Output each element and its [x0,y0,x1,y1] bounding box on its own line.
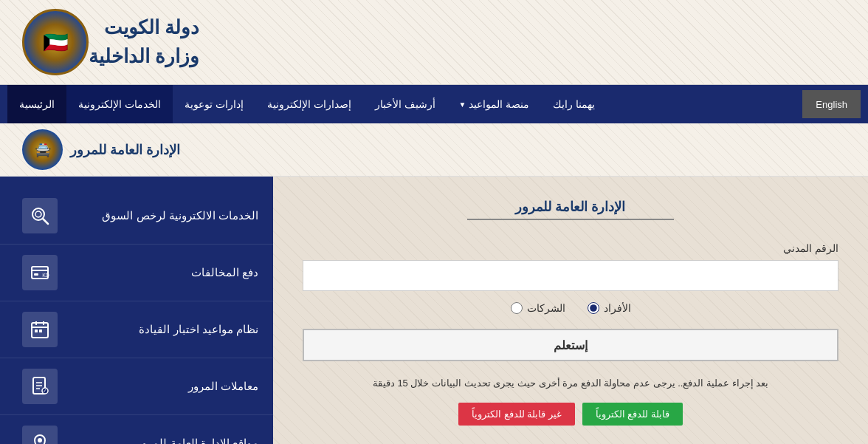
type-radio-group: الأفراد الشركات [303,302,838,314]
document-icon: ✓ [22,369,58,404]
sidebar-item-traffic-transactions-label: معاملات المرور [58,380,258,393]
form-section-title: الإدارة العامة للمرور [303,199,838,215]
navigation: English يهمنا رايك منصة المواعيد ▼ أرشيف… [0,85,868,123]
civil-id-label: الرقم المدني [303,242,838,254]
header-title-line1: دولة الكويت [89,13,199,42]
breadcrumb-title: الإدارة العامة للمرور [70,142,180,158]
nav-item-publications[interactable]: إصدارات الإلكترونية [255,85,363,123]
sidebar-item-license-services[interactable]: الخدمات الالكترونية لرخص السوق [0,188,273,245]
search-magnifier-icon [22,198,58,233]
calendar-icon [22,312,58,347]
info-text: بعد إجراء عملية الدفع.. يرجى عدم محاولة … [303,376,838,392]
civil-id-input[interactable] [303,260,838,291]
nav-item-appointments[interactable]: منصة المواعيد ▼ [447,85,542,123]
header-text: دولة الكويت وزارة الداخلية [89,13,199,71]
sidebar-item-license-services-label: الخدمات الالكترونية لرخص السوق [58,209,258,222]
radio-individuals-label[interactable]: الأفراد [588,302,631,314]
title-divider [467,219,674,220]
payment-icon: KD [22,255,58,290]
radio-companies-text: الشركات [527,302,565,314]
nav-item-home[interactable]: الرئيسية [7,85,66,123]
svg-text:KD: KD [42,273,49,278]
nav-items: يهمنا رايك منصة المواعيد ▼ أرشيف الأخبار… [7,85,795,123]
sidebar-item-pay-fines-label: دفع المخالفات [58,266,258,279]
header: دولة الكويت وزارة الداخلية [0,0,868,85]
svg-rect-12 [39,329,42,332]
svg-text:✓: ✓ [43,388,47,393]
svg-point-2 [35,211,41,217]
nav-item-opinion[interactable]: يهمنا رايك [541,85,607,123]
sidebar-item-traffic-locations-label: مواقع الإدارة العامة للمرور [58,437,258,444]
header-title-line2: وزارة الداخلية [89,42,199,71]
radio-companies-input[interactable] [511,302,523,314]
sidebar-item-traffic-transactions[interactable]: معاملات المرور ✓ [0,358,273,415]
svg-rect-5 [34,273,38,276]
sidebar-item-driving-test[interactable]: نظام مواعيد اختبار القيادة [0,301,273,358]
eligible-button[interactable]: قابلة للدفع الكتروياً [582,403,683,426]
breadcrumb-logo: 🚔 [22,129,63,170]
svg-point-19 [38,438,42,443]
civil-id-group: الرقم المدني [303,242,838,291]
radio-companies-label[interactable]: الشركات [511,302,565,314]
ministry-logo [22,9,89,75]
sidebar: الخدمات الالكترونية لرخص السوق دفع المخا… [0,177,273,444]
form-area: الإدارة العامة للمرور الرقم المدني الأفر… [273,177,868,444]
svg-rect-11 [35,329,38,332]
submit-button[interactable]: إستعلم [303,329,838,361]
nav-item-educational[interactable]: إدارات توعوية [173,85,255,123]
english-language-button[interactable]: English [802,90,861,118]
svg-line-1 [43,219,48,224]
main-layout: الإدارة العامة للمرور الرقم المدني الأفر… [0,177,868,444]
breadcrumb-bar: الإدارة العامة للمرور 🚔 [0,123,868,177]
sidebar-item-pay-fines[interactable]: دفع المخالفات KD [0,245,273,301]
chevron-down-icon: ▼ [459,100,466,109]
not-eligible-button[interactable]: غير قابلة للدفع الكتروياً [458,403,575,426]
status-buttons: قابلة للدفع الكتروياً غير قابلة للدفع ال… [303,403,838,426]
nav-item-news[interactable]: أرشيف الأخبار [363,85,447,123]
sidebar-item-traffic-locations[interactable]: مواقع الإدارة العامة للمرور [0,415,273,444]
sidebar-item-driving-test-label: نظام مواعيد اختبار القيادة [58,323,258,336]
location-pin-icon [22,426,58,444]
nav-item-eservices[interactable]: الخدمات الإلكترونية [66,85,173,123]
nav-item-appointments-label: منصة المواعيد ▼ [459,98,530,110]
radio-individuals-text: الأفراد [604,302,631,314]
radio-individuals-input[interactable] [588,302,599,314]
